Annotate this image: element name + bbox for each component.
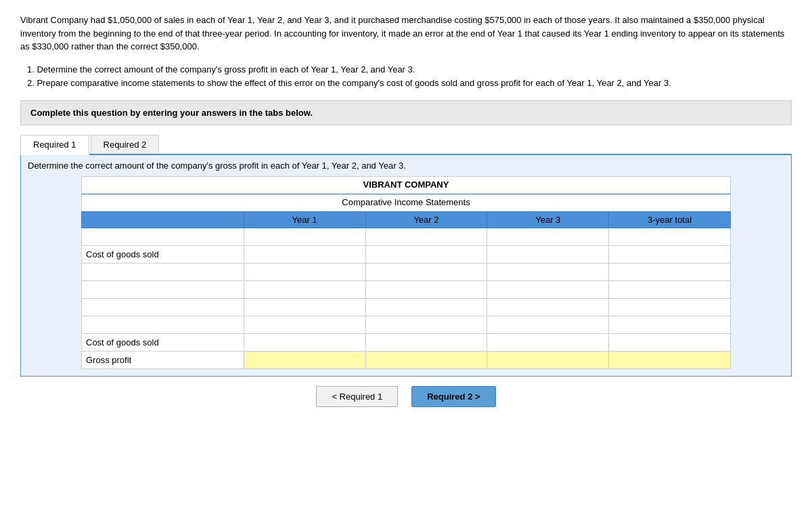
data-cell[interactable]: [609, 299, 731, 316]
prev-button[interactable]: < Required 1: [316, 386, 398, 407]
table-row: Gross profit: [82, 352, 731, 369]
tab-content: Determine the correct amount of the comp…: [20, 155, 792, 377]
data-cell[interactable]: [365, 334, 487, 352]
data-cell[interactable]: [365, 263, 487, 281]
cell-input[interactable]: [370, 232, 483, 242]
cell-input[interactable]: [491, 267, 604, 277]
data-cell[interactable]: [244, 352, 365, 369]
data-cell[interactable]: [487, 352, 609, 369]
row-label: Cost of goods sold: [82, 246, 244, 263]
data-cell[interactable]: [487, 316, 609, 334]
data-cell[interactable]: [365, 316, 487, 334]
row-label: [82, 263, 244, 281]
cell-input[interactable]: [248, 355, 361, 365]
row-label: [82, 299, 244, 316]
cell-input[interactable]: [613, 320, 726, 330]
data-cell[interactable]: [609, 281, 731, 299]
tab-description: Determine the correct amount of the comp…: [28, 161, 784, 171]
cell-input[interactable]: [248, 337, 361, 347]
data-cell[interactable]: [244, 281, 365, 299]
cell-input[interactable]: [613, 302, 726, 312]
company-name-row: VIBRANT COMPANY: [82, 177, 731, 194]
table-row: [82, 281, 731, 299]
data-cell[interactable]: [244, 263, 365, 281]
col-label-header: [82, 212, 244, 228]
cell-input[interactable]: [613, 284, 726, 295]
data-cell[interactable]: [609, 316, 731, 334]
table-row: Cost of goods sold: [82, 334, 731, 352]
cell-input[interactable]: [248, 249, 361, 259]
data-cell[interactable]: [244, 246, 365, 263]
table-row: Cost of goods sold: [82, 246, 731, 263]
data-cell[interactable]: [487, 334, 609, 352]
data-cell[interactable]: [487, 281, 609, 299]
cell-input[interactable]: [248, 267, 361, 277]
tab-required-1[interactable]: Required 1: [20, 135, 89, 155]
cell-input[interactable]: [248, 302, 361, 312]
cell-input[interactable]: [491, 302, 604, 312]
instruction-1: 1. Determine the correct amount of the c…: [27, 63, 792, 77]
cell-input[interactable]: [613, 355, 726, 365]
cell-input[interactable]: [491, 232, 604, 242]
cell-input[interactable]: [370, 320, 483, 330]
cell-input[interactable]: [370, 284, 483, 295]
cell-input[interactable]: [491, 320, 604, 330]
next-button[interactable]: Required 2 >: [411, 386, 495, 407]
data-cell[interactable]: [244, 228, 365, 246]
company-name-cell: VIBRANT COMPANY: [82, 177, 731, 194]
column-header-row: Year 1 Year 2 Year 3 3-year total: [82, 212, 731, 228]
cell-input[interactable]: [491, 284, 604, 295]
row-label: [82, 228, 244, 246]
row-label: Cost of goods sold: [82, 334, 244, 352]
cell-input[interactable]: [370, 337, 483, 347]
nav-buttons: < Required 1 Required 2 >: [20, 386, 792, 407]
row-label: Gross profit: [82, 352, 244, 369]
data-cell[interactable]: [609, 228, 731, 246]
data-cell[interactable]: [487, 228, 609, 246]
cell-input[interactable]: [491, 355, 604, 365]
cell-input[interactable]: [370, 302, 483, 312]
cell-input[interactable]: [370, 355, 483, 365]
table-body: Cost of goods soldCost of goods soldGros…: [82, 228, 731, 369]
data-cell[interactable]: [365, 246, 487, 263]
cell-input[interactable]: [370, 249, 483, 259]
table-container: VIBRANT COMPANY Comparative Income State…: [28, 176, 784, 369]
subtitle-cell: Comparative Income Statements: [82, 194, 731, 212]
subtitle-row: Comparative Income Statements: [82, 194, 731, 212]
tab-required-2[interactable]: Required 2: [91, 135, 160, 154]
data-cell[interactable]: [365, 352, 487, 369]
data-cell[interactable]: [365, 299, 487, 316]
data-cell[interactable]: [244, 299, 365, 316]
col-year2-header: Year 2: [365, 212, 487, 228]
col-total-header: 3-year total: [609, 212, 731, 228]
data-cell[interactable]: [365, 228, 487, 246]
cell-input[interactable]: [248, 284, 361, 295]
table-row: [82, 228, 731, 246]
cell-input[interactable]: [613, 267, 726, 277]
cell-input[interactable]: [248, 232, 361, 242]
complete-banner: Complete this question by entering your …: [20, 100, 792, 125]
cell-input[interactable]: [613, 337, 726, 347]
data-cell[interactable]: [609, 352, 731, 369]
instruction-2: 2. Prepare comparative income statements…: [27, 77, 792, 91]
row-label: [82, 281, 244, 299]
tabs-row: Required 1 Required 2: [20, 135, 792, 155]
cell-input[interactable]: [613, 249, 726, 259]
data-cell[interactable]: [365, 281, 487, 299]
instructions: 1. Determine the correct amount of the c…: [20, 63, 792, 91]
cell-input[interactable]: [248, 320, 361, 330]
data-cell[interactable]: [487, 246, 609, 263]
cell-input[interactable]: [491, 249, 604, 259]
data-cell[interactable]: [609, 246, 731, 263]
data-cell[interactable]: [609, 263, 731, 281]
cell-input[interactable]: [613, 232, 726, 242]
cell-input[interactable]: [370, 267, 483, 277]
data-cell[interactable]: [487, 263, 609, 281]
data-cell[interactable]: [487, 299, 609, 316]
data-cell[interactable]: [244, 316, 365, 334]
cell-input[interactable]: [491, 337, 604, 347]
table-row: [82, 299, 731, 316]
data-cell[interactable]: [609, 334, 731, 352]
income-statement-table: VIBRANT COMPANY Comparative Income State…: [81, 176, 731, 369]
data-cell[interactable]: [244, 334, 365, 352]
